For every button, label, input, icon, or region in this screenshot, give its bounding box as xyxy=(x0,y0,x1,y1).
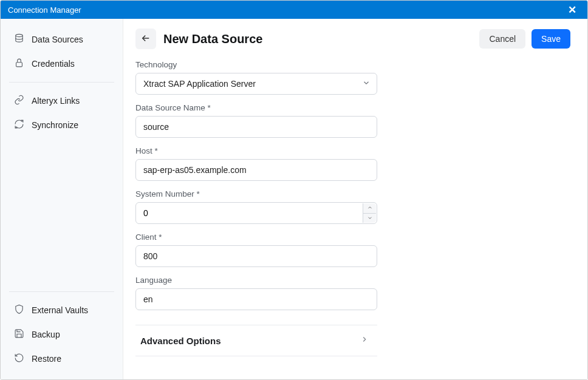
back-button[interactable] xyxy=(135,29,156,49)
system-number-input-wrap xyxy=(135,202,377,224)
chevron-up-icon xyxy=(367,203,373,212)
technology-label: Technology xyxy=(135,60,377,69)
stepper-up-button[interactable] xyxy=(363,203,376,214)
sidebar-item-alteryx-links[interactable]: Alteryx Links xyxy=(8,89,115,113)
chevron-down-icon xyxy=(367,214,373,223)
sidebar-item-label: External Vaults xyxy=(32,305,88,315)
sidebar-item-label: Restore xyxy=(32,354,61,364)
close-icon[interactable]: ✕ xyxy=(564,2,580,18)
system-number-label: System Number * xyxy=(135,189,377,198)
client-input[interactable] xyxy=(135,245,377,267)
restore-icon xyxy=(14,353,24,365)
technology-value: Xtract SAP Application Server xyxy=(143,79,256,89)
header-row: New Data Source Cancel Save xyxy=(135,29,570,49)
sidebar-item-label: Credentials xyxy=(32,59,75,69)
advanced-options-toggle[interactable]: Advanced Options xyxy=(135,325,377,356)
system-number-input[interactable] xyxy=(136,203,377,223)
sidebar-item-label: Data Sources xyxy=(32,35,83,44)
shield-icon xyxy=(14,304,24,316)
datasource-form: Technology Xtract SAP Application Server… xyxy=(135,60,377,356)
host-input[interactable] xyxy=(135,159,377,181)
sidebar-item-synchronize[interactable]: Synchronize xyxy=(8,113,115,137)
save-icon xyxy=(14,328,24,341)
sidebar-item-label: Backup xyxy=(32,330,60,339)
advanced-options-label: Advanced Options xyxy=(140,336,221,346)
save-button[interactable]: Save xyxy=(532,29,570,49)
client-label: Client * xyxy=(135,232,377,242)
language-input[interactable] xyxy=(135,288,377,310)
sidebar-item-restore[interactable]: Restore xyxy=(8,347,115,371)
language-label: Language xyxy=(135,276,377,285)
sidebar-item-backup[interactable]: Backup xyxy=(8,322,115,347)
lock-icon xyxy=(14,58,24,70)
stepper-down-button[interactable] xyxy=(363,214,376,223)
sidebar-item-label: Alteryx Links xyxy=(32,96,80,106)
svg-point-0 xyxy=(16,34,22,36)
link-icon xyxy=(14,95,24,107)
sidebar-divider xyxy=(9,291,114,292)
main-panel: New Data Source Cancel Save Technology X… xyxy=(123,19,587,379)
title-bar: Connection Manager ✕ xyxy=(1,1,587,19)
window-title: Connection Manager xyxy=(8,5,81,15)
arrow-left-icon xyxy=(140,33,151,46)
sidebar-item-credentials[interactable]: Credentials xyxy=(8,52,115,76)
sidebar-item-data-sources[interactable]: Data Sources xyxy=(8,27,115,52)
host-label: Host * xyxy=(135,146,377,155)
svg-rect-1 xyxy=(16,63,22,67)
chevron-down-icon xyxy=(362,79,371,89)
datasource-name-label: Data Source Name * xyxy=(135,103,377,112)
number-spinner xyxy=(363,203,376,223)
connection-manager-dialog: Connection Manager ✕ Data Sources Creden… xyxy=(0,0,588,380)
sync-icon xyxy=(14,119,24,131)
technology-select[interactable]: Xtract SAP Application Server xyxy=(135,73,377,95)
page-title: New Data Source xyxy=(163,32,262,46)
database-icon xyxy=(14,33,24,46)
sidebar-item-label: Synchronize xyxy=(32,120,78,130)
sidebar-divider xyxy=(9,82,114,83)
dialog-body: Data Sources Credentials Alteryx Links xyxy=(1,19,587,379)
datasource-name-input[interactable] xyxy=(135,116,377,138)
cancel-button[interactable]: Cancel xyxy=(479,29,525,49)
chevron-right-icon xyxy=(360,335,369,346)
sidebar-item-external-vaults[interactable]: External Vaults xyxy=(8,298,115,322)
sidebar: Data Sources Credentials Alteryx Links xyxy=(1,19,123,379)
